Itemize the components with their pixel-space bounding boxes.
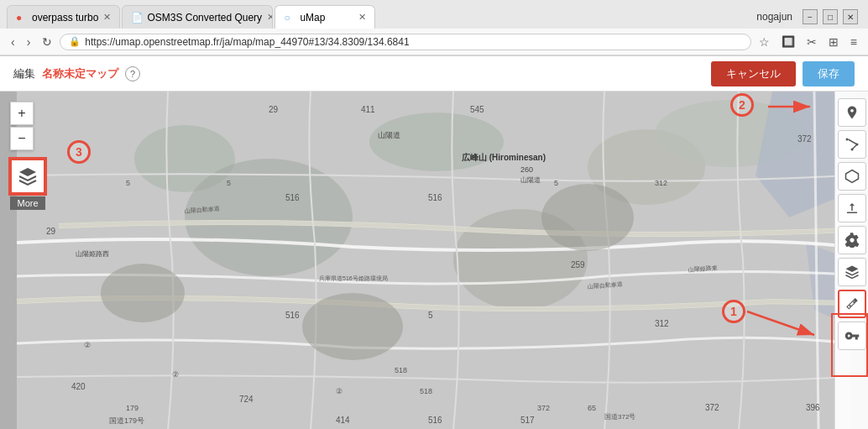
- svg-text:516: 516: [285, 311, 300, 320]
- svg-text:5: 5: [554, 179, 558, 187]
- upload-button[interactable]: [838, 194, 866, 222]
- address-bar[interactable]: 🔒 https://umap.openstreetmap.fr/ja/map/m…: [60, 34, 750, 50]
- tab-label-overpass: overpass turbo: [32, 12, 98, 24]
- edit-label: 編集: [13, 66, 35, 81]
- tab-close-umap[interactable]: ✕: [353, 12, 366, 23]
- tab-close-osm3s[interactable]: ✕: [262, 12, 273, 23]
- browser-chrome: ● overpass turbo ✕ 📄 OSM3S Converted Que…: [0, 0, 868, 56]
- svg-text:518: 518: [395, 366, 407, 374]
- svg-text:国道372号: 国道372号: [604, 413, 635, 421]
- key-button[interactable]: [838, 322, 866, 350]
- svg-text:372: 372: [537, 404, 550, 412]
- annotation-circle-2: 2: [730, 93, 754, 117]
- url-text: https://umap.openstreetmap.fr/ja/map/map…: [85, 36, 409, 48]
- tab-icon-overpass: ●: [16, 12, 28, 24]
- settings-button[interactable]: [838, 226, 866, 254]
- zoom-out-button[interactable]: −: [10, 127, 34, 150]
- svg-text:411: 411: [361, 105, 375, 114]
- svg-point-31: [541, 184, 634, 251]
- extension2-button[interactable]: ✂: [803, 34, 821, 50]
- svg-point-57: [853, 301, 855, 303]
- svg-text:②: ②: [84, 341, 91, 349]
- tab-label-umap: uMap: [300, 12, 325, 24]
- lock-icon: 🔒: [69, 36, 81, 47]
- polyline-icon: [844, 137, 860, 152]
- close-button[interactable]: ✕: [843, 9, 858, 24]
- zoom-in-button[interactable]: +: [10, 102, 34, 125]
- marker-icon: [844, 105, 860, 120]
- svg-point-5: [185, 159, 353, 276]
- user-name: nogajun: [756, 11, 792, 23]
- polyline-tool-button[interactable]: [838, 130, 866, 159]
- measure-icon: [844, 296, 860, 311]
- svg-text:5: 5: [227, 179, 231, 187]
- svg-text:259: 259: [571, 260, 585, 269]
- tab-icon-umap: ○: [284, 12, 295, 24]
- svg-text:516: 516: [428, 193, 442, 202]
- restore-button[interactable]: □: [823, 9, 838, 24]
- svg-text:179: 179: [126, 404, 139, 412]
- svg-text:516: 516: [285, 193, 300, 202]
- svg-text:②: ②: [172, 370, 179, 379]
- toolbar-layers-button[interactable]: [838, 258, 866, 286]
- map-container[interactable]: 29 420 724 516 516 516 5 259 312 372 5 5…: [0, 92, 868, 429]
- tab-label-osm3s: OSM3S Converted Query: [147, 12, 262, 24]
- help-button[interactable]: ?: [125, 66, 140, 81]
- map-background: 29 420 724 516 516 516 5 259 312 372 5 5…: [0, 92, 868, 429]
- polygon-tool-button[interactable]: [838, 162, 866, 191]
- extension3-button[interactable]: ⊞: [824, 34, 843, 50]
- svg-text:国道179号: 国道179号: [109, 416, 144, 425]
- svg-point-2: [369, 112, 504, 171]
- more-label[interactable]: More: [10, 196, 45, 210]
- svg-point-30: [302, 293, 403, 360]
- title-bar: ● overpass turbo ✕ 📄 OSM3S Converted Que…: [0, 0, 868, 29]
- layers-button[interactable]: [10, 159, 45, 194]
- measure-button[interactable]: [838, 290, 866, 318]
- forward-button[interactable]: ›: [23, 34, 35, 50]
- svg-text:65: 65: [588, 404, 596, 412]
- svg-text:312: 312: [655, 179, 667, 187]
- menu-button[interactable]: ≡: [846, 34, 861, 50]
- svg-text:517: 517: [520, 416, 535, 425]
- extension1-button[interactable]: 🔲: [777, 34, 799, 50]
- minimize-button[interactable]: −: [803, 9, 818, 24]
- tab-osm3s[interactable]: 📄 OSM3S Converted Query ✕: [122, 5, 273, 29]
- svg-text:29: 29: [269, 105, 279, 114]
- svg-text:312: 312: [655, 319, 669, 328]
- svg-point-29: [101, 264, 185, 322]
- tab-overpass[interactable]: ● overpass turbo ✕: [7, 5, 120, 29]
- svg-text:518: 518: [420, 387, 432, 395]
- map-name[interactable]: 名称未定マップ: [42, 66, 118, 81]
- svg-text:5: 5: [428, 311, 433, 320]
- back-button[interactable]: ‹: [7, 34, 19, 50]
- window-controls: nogajun − □ ✕: [756, 9, 861, 24]
- nav-actions: ☆ 🔲 ✂ ⊞ ≡: [755, 34, 861, 50]
- svg-text:兵庫県道516号姫路環境局: 兵庫県道516号姫路環境局: [319, 275, 388, 282]
- svg-text:372: 372: [797, 134, 812, 144]
- nav-bar: ‹ › ↻ 🔒 https://umap.openstreetmap.fr/ja…: [0, 29, 868, 55]
- bookmark-button[interactable]: ☆: [755, 34, 774, 50]
- toolbar-layers-icon: [844, 264, 860, 280]
- annotation-circle-3: 3: [67, 140, 91, 164]
- annotation-circle-1: 1: [722, 300, 745, 323]
- marker-tool-button[interactable]: [838, 98, 866, 127]
- svg-marker-54: [845, 170, 858, 183]
- upload-icon: [844, 201, 860, 216]
- svg-text:山陽道: 山陽道: [520, 176, 541, 184]
- layers-icon: [18, 166, 38, 186]
- right-toolbar: [834, 92, 868, 429]
- app-bar: 編集 名称未定マップ ? キャンセル 保存: [0, 56, 868, 92]
- svg-text:29: 29: [46, 227, 56, 236]
- save-button[interactable]: 保存: [803, 61, 855, 86]
- tab-close-overpass[interactable]: ✕: [98, 12, 111, 23]
- svg-text:545: 545: [470, 105, 484, 114]
- svg-text:414: 414: [336, 416, 350, 425]
- refresh-button[interactable]: ↻: [38, 34, 56, 50]
- svg-text:372: 372: [705, 403, 719, 412]
- svg-text:420: 420: [71, 382, 86, 391]
- tab-umap[interactable]: ○ uMap ✕: [275, 5, 375, 29]
- svg-text:260: 260: [520, 165, 533, 174]
- svg-text:516: 516: [428, 416, 442, 425]
- cancel-button[interactable]: キャンセル: [711, 61, 796, 86]
- svg-text:396: 396: [806, 403, 820, 412]
